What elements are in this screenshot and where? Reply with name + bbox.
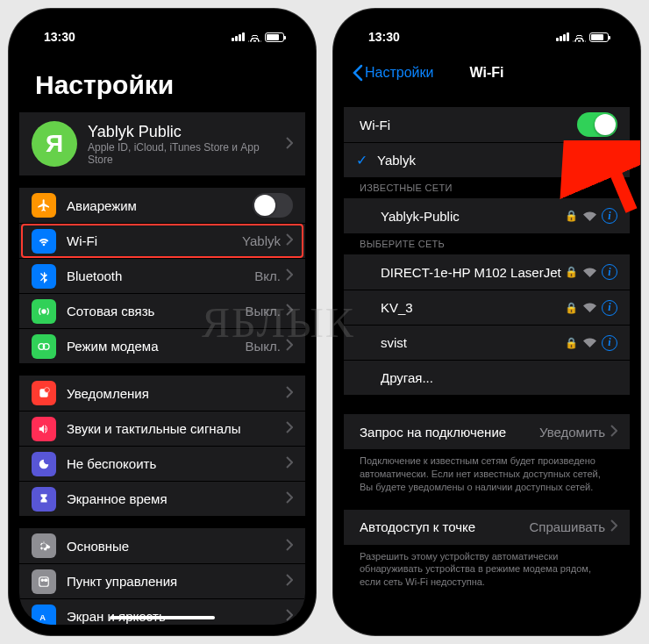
info-button[interactable]: i bbox=[602, 300, 617, 316]
network-name: KV_3 bbox=[381, 300, 565, 315]
auto-hotspot-value: Спрашивать bbox=[529, 519, 605, 534]
wifi-row[interactable]: Wi-Fi Yablyk bbox=[19, 223, 305, 258]
auto-hotspot-label: Автодоступ к точке bbox=[360, 519, 529, 534]
hotspot-value: Выкл. bbox=[246, 339, 281, 354]
choose-network-header: ВЫБЕРИТЕ СЕТЬ bbox=[344, 233, 630, 254]
sounds-label: Звуки и тактильные сигналы bbox=[67, 421, 286, 436]
network-row[interactable]: KV_3 🔒 i bbox=[344, 290, 630, 325]
screentime-label: Экранное время bbox=[67, 491, 286, 506]
wifi-icon bbox=[248, 32, 261, 42]
wifi-switch[interactable] bbox=[577, 112, 617, 137]
svg-point-5 bbox=[41, 579, 43, 581]
moon-icon bbox=[32, 452, 56, 476]
sounds-row[interactable]: Звуки и тактильные сигналы bbox=[19, 411, 305, 446]
wifi-strength-icon bbox=[583, 335, 596, 350]
known-network-row[interactable]: Yablyk-Public 🔒 i bbox=[344, 198, 630, 233]
apple-id-row[interactable]: Я Yablyk Public Apple ID, iCloud, iTunes… bbox=[19, 112, 305, 175]
general-row[interactable]: Основные bbox=[19, 528, 305, 563]
screen-right: 13:30 Настройки Wi-Fi Wi-Fi bbox=[344, 19, 630, 625]
signal-icon bbox=[556, 32, 569, 41]
wifi-strength-icon bbox=[583, 300, 596, 315]
svg-rect-4 bbox=[39, 576, 49, 586]
status-right bbox=[232, 32, 284, 42]
chevron-right-icon bbox=[286, 304, 293, 318]
svg-text:A: A bbox=[39, 612, 46, 621]
network-row[interactable]: svist 🔒 i bbox=[344, 325, 630, 360]
notifications-label: Уведомления bbox=[67, 386, 286, 401]
screentime-row[interactable]: Экранное время bbox=[19, 481, 305, 516]
display-icon: A bbox=[32, 605, 56, 626]
info-button[interactable]: i bbox=[602, 335, 617, 351]
info-button[interactable]: i bbox=[602, 208, 617, 224]
control-center-icon bbox=[32, 569, 56, 594]
auto-hotspot-row[interactable]: Автодоступ к точке Спрашивать bbox=[344, 510, 630, 545]
notifications-row[interactable]: Уведомления bbox=[19, 376, 305, 411]
avatar: Я bbox=[32, 121, 77, 167]
status-time: 13:30 bbox=[44, 30, 75, 44]
back-button[interactable]: Настройки bbox=[353, 54, 433, 91]
wifi-strength-icon bbox=[583, 153, 596, 168]
info-button[interactable]: i bbox=[602, 264, 617, 280]
info-button[interactable]: i bbox=[602, 153, 617, 168]
auto-hotspot-footer: Разрешить этому устройству автоматически… bbox=[344, 545, 630, 595]
network-name: Yablyk-Public bbox=[381, 209, 565, 224]
bluetooth-row[interactable]: Bluetooth Вкл. bbox=[19, 258, 305, 293]
phone-right: 13:30 Настройки Wi-Fi Wi-Fi bbox=[333, 9, 640, 635]
chevron-right-icon bbox=[286, 386, 293, 401]
profile-name: Yablyk Public bbox=[88, 123, 286, 141]
notch bbox=[92, 9, 232, 32]
status-time: 13:30 bbox=[368, 30, 400, 44]
airplane-icon bbox=[32, 193, 56, 218]
chevron-right-icon bbox=[286, 456, 293, 471]
chevron-right-icon bbox=[286, 574, 293, 589]
back-label: Настройки bbox=[365, 65, 433, 81]
connected-network-name: Yablyk bbox=[377, 153, 565, 168]
cellular-row[interactable]: Сотовая связь Выкл. bbox=[19, 293, 305, 328]
cellular-label: Сотовая связь bbox=[67, 304, 246, 318]
wifi-strength-icon bbox=[583, 265, 596, 280]
chevron-right-icon bbox=[286, 609, 293, 624]
page-title: Настройки bbox=[19, 54, 305, 112]
chevron-right-icon bbox=[286, 491, 293, 506]
hotspot-icon bbox=[32, 334, 56, 359]
wifi-toggle-row[interactable]: Wi-Fi bbox=[344, 107, 630, 142]
other-network-row[interactable]: Другая... bbox=[344, 360, 630, 395]
checkmark-icon: ✓ bbox=[356, 152, 368, 168]
phone-left: 13:30 Настройки Я Yablyk Public Apple ID… bbox=[9, 9, 316, 635]
ask-join-value: Уведомить bbox=[539, 425, 605, 440]
lock-icon: 🔒 bbox=[565, 337, 578, 349]
lock-icon: 🔒 bbox=[565, 266, 578, 278]
ask-join-label: Запрос на подключение bbox=[360, 425, 539, 440]
wifi-toggle-label: Wi-Fi bbox=[360, 118, 577, 132]
home-indicator[interactable] bbox=[110, 616, 215, 619]
network-name: svist bbox=[381, 335, 565, 350]
airplane-label: Авиарежим bbox=[67, 198, 253, 213]
sounds-icon bbox=[32, 417, 56, 441]
chevron-right-icon bbox=[610, 519, 617, 534]
chevron-right-icon bbox=[286, 339, 293, 354]
battery-icon bbox=[265, 32, 284, 42]
screen-left: 13:30 Настройки Я Yablyk Public Apple ID… bbox=[19, 19, 305, 625]
signal-icon bbox=[232, 32, 245, 41]
chevron-right-icon bbox=[286, 539, 293, 554]
airplane-switch[interactable] bbox=[253, 193, 293, 218]
display-row[interactable]: A Экран и яркость bbox=[19, 598, 305, 625]
airplane-mode-row[interactable]: Авиарежим bbox=[19, 188, 305, 223]
other-label: Другая... bbox=[381, 370, 617, 385]
profile-sub: Apple ID, iCloud, iTunes Store и App Sto… bbox=[88, 141, 286, 166]
bluetooth-value: Вкл. bbox=[254, 268, 281, 283]
chevron-right-icon bbox=[286, 233, 293, 248]
dnd-row[interactable]: Не беспокоить bbox=[19, 446, 305, 481]
status-right bbox=[556, 32, 609, 42]
known-networks-header: ИЗВЕСТНЫЕ СЕТИ bbox=[344, 177, 630, 198]
wifi-icon bbox=[573, 32, 586, 42]
svg-rect-6 bbox=[45, 579, 48, 581]
ask-to-join-row[interactable]: Запрос на подключение Уведомить bbox=[344, 414, 630, 449]
battery-icon bbox=[589, 32, 609, 42]
connected-network-row[interactable]: ✓ Yablyk 🔒 i bbox=[344, 142, 630, 177]
network-row[interactable]: DIRECT-1e-HP M102 LaserJet 🔒 i bbox=[344, 254, 630, 290]
hotspot-row[interactable]: Режим модема Выкл. bbox=[19, 328, 305, 363]
control-center-row[interactable]: Пункт управления bbox=[19, 563, 305, 598]
nav-header: Настройки Wi-Fi bbox=[344, 54, 630, 91]
wifi-strength-icon bbox=[583, 209, 596, 224]
